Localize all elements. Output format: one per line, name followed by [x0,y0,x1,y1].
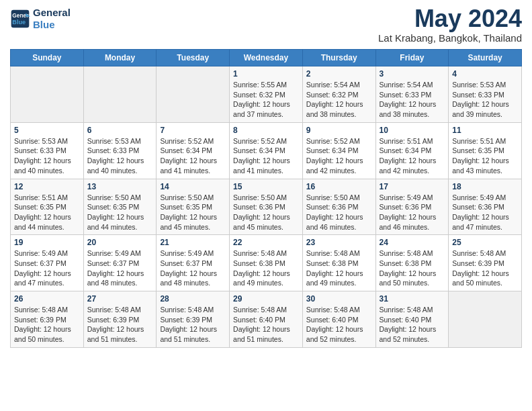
day-info: Sunrise: 5:49 AM Sunset: 6:37 PM Dayligh… [87,248,153,288]
weekday-header-saturday: Saturday [449,50,522,66]
calendar-cell: 20Sunrise: 5:49 AM Sunset: 6:37 PM Dayli… [83,235,157,291]
day-number: 31 [380,294,445,304]
calendar-cell: 10Sunrise: 5:51 AM Sunset: 6:34 PM Dayli… [375,122,449,179]
logo-icon: General Blue [10,9,30,29]
day-info: Sunrise: 5:48 AM Sunset: 6:38 PM Dayligh… [233,248,299,288]
day-info: Sunrise: 5:48 AM Sunset: 6:39 PM Dayligh… [452,248,518,288]
weekday-header-wednesday: Wednesday [230,50,303,66]
calendar-cell [83,66,157,123]
calendar-cell [157,66,230,123]
day-info: Sunrise: 5:54 AM Sunset: 6:32 PM Dayligh… [306,80,372,120]
day-info: Sunrise: 5:50 AM Sunset: 6:36 PM Dayligh… [306,193,372,232]
calendar-cell: 19Sunrise: 5:49 AM Sunset: 6:37 PM Dayli… [11,235,84,291]
day-info: Sunrise: 5:52 AM Sunset: 6:34 PM Dayligh… [306,136,372,176]
day-number: 23 [306,238,372,247]
day-info: Sunrise: 5:52 AM Sunset: 6:34 PM Dayligh… [160,136,226,176]
calendar-cell: 21Sunrise: 5:49 AM Sunset: 6:37 PM Dayli… [157,235,230,291]
day-number: 21 [160,238,226,247]
week-row-4: 19Sunrise: 5:49 AM Sunset: 6:37 PM Dayli… [11,235,522,291]
day-number: 11 [452,126,518,135]
day-info: Sunrise: 5:50 AM Sunset: 6:36 PM Dayligh… [233,193,299,232]
calendar-cell: 12Sunrise: 5:51 AM Sunset: 6:35 PM Dayli… [11,179,84,235]
calendar-cell: 18Sunrise: 5:49 AM Sunset: 6:36 PM Dayli… [449,179,522,235]
day-info: Sunrise: 5:48 AM Sunset: 6:38 PM Dayligh… [306,248,372,288]
logo: General Blue General Blue [10,7,71,31]
calendar-cell: 22Sunrise: 5:48 AM Sunset: 6:38 PM Dayli… [230,235,303,291]
day-number: 4 [452,69,518,79]
day-info: Sunrise: 5:48 AM Sunset: 6:39 PM Dayligh… [87,305,153,345]
title-area: May 2024 Lat Krabang, Bangkok, Thailand [378,7,522,44]
day-info: Sunrise: 5:51 AM Sunset: 6:35 PM Dayligh… [452,136,518,176]
day-number: 3 [380,69,445,79]
day-number: 24 [380,238,445,247]
calendar-cell: 27Sunrise: 5:48 AM Sunset: 6:39 PM Dayli… [83,291,157,348]
day-info: Sunrise: 5:54 AM Sunset: 6:33 PM Dayligh… [380,80,445,120]
calendar-cell: 5Sunrise: 5:53 AM Sunset: 6:33 PM Daylig… [11,122,84,179]
day-number: 1 [233,69,299,79]
calendar-cell: 25Sunrise: 5:48 AM Sunset: 6:39 PM Dayli… [449,235,522,291]
day-number: 25 [452,238,518,247]
day-info: Sunrise: 5:51 AM Sunset: 6:35 PM Dayligh… [14,193,80,232]
weekday-header-friday: Friday [375,50,449,66]
calendar-cell: 14Sunrise: 5:50 AM Sunset: 6:35 PM Dayli… [157,179,230,235]
calendar-cell: 17Sunrise: 5:49 AM Sunset: 6:36 PM Dayli… [375,179,449,235]
day-number: 5 [14,126,80,135]
day-info: Sunrise: 5:55 AM Sunset: 6:32 PM Dayligh… [233,80,299,120]
day-info: Sunrise: 5:50 AM Sunset: 6:35 PM Dayligh… [160,193,226,232]
logo-text: General Blue [33,7,71,31]
day-info: Sunrise: 5:48 AM Sunset: 6:40 PM Dayligh… [380,305,445,345]
day-info: Sunrise: 5:49 AM Sunset: 6:37 PM Dayligh… [160,248,226,288]
day-number: 16 [306,182,372,191]
calendar-cell [11,66,84,123]
weekday-header-tuesday: Tuesday [157,50,230,66]
weekday-header-sunday: Sunday [11,50,84,66]
calendar-cell [449,291,522,348]
calendar-cell: 9Sunrise: 5:52 AM Sunset: 6:34 PM Daylig… [302,122,375,179]
calendar-table: SundayMondayTuesdayWednesdayThursdayFrid… [10,49,522,348]
day-info: Sunrise: 5:51 AM Sunset: 6:34 PM Dayligh… [380,136,445,176]
page-header: General Blue General Blue May 2024 Lat K… [10,7,522,44]
calendar-cell: 24Sunrise: 5:48 AM Sunset: 6:38 PM Dayli… [375,235,449,291]
calendar-cell: 11Sunrise: 5:51 AM Sunset: 6:35 PM Dayli… [449,122,522,179]
day-number: 12 [14,182,80,191]
week-row-5: 26Sunrise: 5:48 AM Sunset: 6:39 PM Dayli… [11,291,522,348]
day-number: 8 [233,126,299,135]
calendar-cell: 7Sunrise: 5:52 AM Sunset: 6:34 PM Daylig… [157,122,230,179]
day-number: 27 [87,294,153,304]
calendar-cell: 3Sunrise: 5:54 AM Sunset: 6:33 PM Daylig… [375,66,449,123]
day-number: 10 [380,126,445,135]
day-number: 28 [160,294,226,304]
calendar-cell: 16Sunrise: 5:50 AM Sunset: 6:36 PM Dayli… [302,179,375,235]
day-number: 7 [160,126,226,135]
weekday-header-row: SundayMondayTuesdayWednesdayThursdayFrid… [11,50,522,66]
calendar-cell: 31Sunrise: 5:48 AM Sunset: 6:40 PM Dayli… [375,291,449,348]
calendar-subtitle: Lat Krabang, Bangkok, Thailand [378,32,522,44]
day-info: Sunrise: 5:49 AM Sunset: 6:37 PM Dayligh… [14,248,80,288]
svg-text:Blue: Blue [12,19,26,26]
day-number: 13 [87,182,153,191]
day-info: Sunrise: 5:53 AM Sunset: 6:33 PM Dayligh… [14,136,80,176]
day-number: 29 [233,294,299,304]
calendar-cell: 6Sunrise: 5:53 AM Sunset: 6:33 PM Daylig… [83,122,157,179]
calendar-cell: 4Sunrise: 5:53 AM Sunset: 6:33 PM Daylig… [449,66,522,123]
day-number: 9 [306,126,372,135]
day-number: 14 [160,182,226,191]
day-number: 30 [306,294,372,304]
week-row-1: 1Sunrise: 5:55 AM Sunset: 6:32 PM Daylig… [11,66,522,123]
calendar-cell: 1Sunrise: 5:55 AM Sunset: 6:32 PM Daylig… [230,66,303,123]
weekday-header-monday: Monday [83,50,157,66]
day-info: Sunrise: 5:52 AM Sunset: 6:34 PM Dayligh… [233,136,299,176]
day-info: Sunrise: 5:48 AM Sunset: 6:39 PM Dayligh… [14,305,80,345]
day-info: Sunrise: 5:53 AM Sunset: 6:33 PM Dayligh… [452,80,518,120]
calendar-title: May 2024 [378,7,522,31]
day-info: Sunrise: 5:50 AM Sunset: 6:35 PM Dayligh… [87,193,153,232]
calendar-cell: 29Sunrise: 5:48 AM Sunset: 6:40 PM Dayli… [230,291,303,348]
calendar-cell: 28Sunrise: 5:48 AM Sunset: 6:39 PM Dayli… [157,291,230,348]
day-number: 17 [380,182,445,191]
day-info: Sunrise: 5:49 AM Sunset: 6:36 PM Dayligh… [380,193,445,232]
day-info: Sunrise: 5:53 AM Sunset: 6:33 PM Dayligh… [87,136,153,176]
calendar-cell: 26Sunrise: 5:48 AM Sunset: 6:39 PM Dayli… [11,291,84,348]
day-number: 22 [233,238,299,247]
day-number: 18 [452,182,518,191]
calendar-cell: 2Sunrise: 5:54 AM Sunset: 6:32 PM Daylig… [302,66,375,123]
